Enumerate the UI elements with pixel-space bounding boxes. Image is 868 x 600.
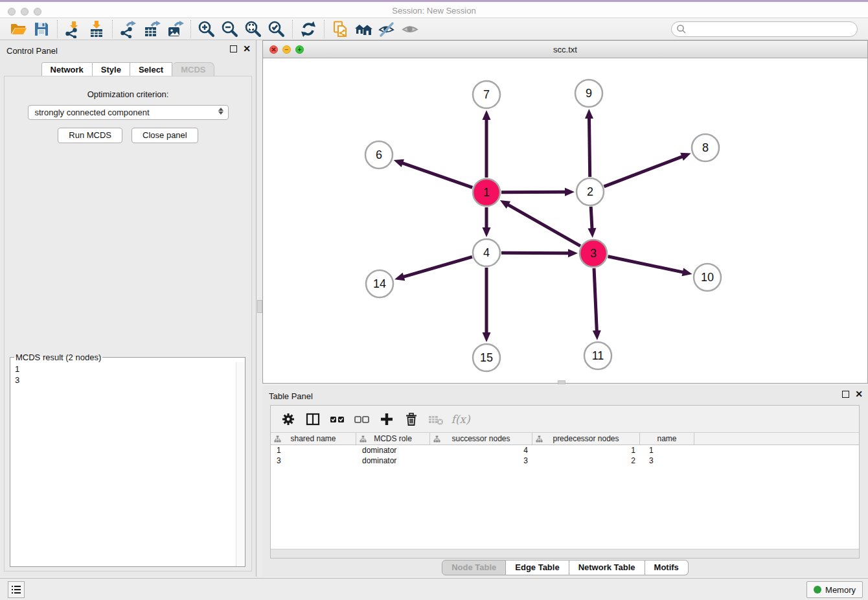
graph-edge-3-11[interactable] <box>594 268 597 332</box>
clone-network-button[interactable] <box>328 19 352 39</box>
node-table-container: f(x) shared nameMCDS rolesuccessor nodes… <box>270 405 860 559</box>
select-all-button[interactable] <box>325 408 350 431</box>
graph-edge-2-9[interactable] <box>589 117 589 177</box>
column-type-icon <box>360 435 367 443</box>
search-field[interactable] <box>671 21 858 37</box>
export-image-button[interactable] <box>163 19 187 39</box>
refresh-button[interactable] <box>297 19 320 39</box>
function-builder-button[interactable]: f(x) <box>448 408 473 431</box>
table-row[interactable]: 3dominator323 <box>271 456 859 466</box>
zoom-selected-button[interactable] <box>265 19 288 39</box>
criterion-select[interactable]: strongly connected component <box>28 105 229 120</box>
node-label-14: 14 <box>373 277 386 290</box>
mcds-result-box: MCDS result (2 nodes) 13 <box>10 352 246 567</box>
toolbar-separator <box>324 20 325 38</box>
float-panel-icon[interactable] <box>230 45 237 52</box>
tab-node-table[interactable]: Node Table <box>442 560 506 575</box>
table-cell[interactable]: 3 <box>640 456 694 466</box>
edge-arrowhead <box>588 228 596 238</box>
column-label: predecessor nodes <box>553 434 619 443</box>
export-network-button[interactable] <box>117 19 140 39</box>
node-label-2: 2 <box>587 185 593 198</box>
edge-arrowhead <box>483 110 491 120</box>
delete-column-button[interactable] <box>399 408 424 431</box>
show-columns-button[interactable] <box>301 408 325 431</box>
tab-motifs[interactable]: Motifs <box>645 560 689 575</box>
table-cell[interactable]: 3 <box>271 456 356 466</box>
import-table-button[interactable] <box>85 19 108 39</box>
edge-arrowhead <box>394 273 405 281</box>
table-cell[interactable]: 2 <box>532 456 640 466</box>
graph-edge-1-6[interactable] <box>401 163 472 188</box>
column-header-successor-nodes[interactable]: successor nodes <box>430 433 532 444</box>
table-cell[interactable]: 1 <box>532 445 640 456</box>
column-header-name[interactable]: name <box>640 433 694 444</box>
show-all-button[interactable] <box>398 19 422 39</box>
close-panel-button[interactable]: Close panel <box>131 128 198 143</box>
deselect-all-button[interactable] <box>350 408 374 431</box>
open-folder-icon <box>9 20 27 38</box>
network-canvas[interactable]: 1234678910111415 <box>263 58 867 383</box>
table-settings-button[interactable] <box>276 408 301 431</box>
table-panel: Table Panel ✕ <box>262 386 868 577</box>
column-header-predecessor-nodes[interactable]: predecessor nodes <box>532 433 640 444</box>
zoom-fit-button[interactable] <box>242 19 265 39</box>
table-header-row: shared nameMCDS rolesuccessor nodesprede… <box>271 433 859 445</box>
tab-network-table[interactable]: Network Table <box>569 560 645 575</box>
window-resize-handle[interactable] <box>558 380 565 384</box>
mcds-tab-content: Optimization criterion: strongly connect… <box>4 76 252 571</box>
table-horizontal-scrollbar[interactable] <box>271 549 859 558</box>
export-table-button[interactable] <box>140 19 163 39</box>
table-cell[interactable]: 1 <box>271 445 356 456</box>
result-scrollbar[interactable] <box>236 362 245 566</box>
task-history-button[interactable] <box>8 581 25 598</box>
save-session-button[interactable] <box>30 19 53 39</box>
table-cell[interactable]: 3 <box>430 456 532 466</box>
close-panel-icon[interactable]: ✕ <box>243 45 251 52</box>
memory-button[interactable]: Memory <box>806 581 863 598</box>
column-header-MCDS-role[interactable]: MCDS role <box>356 433 430 444</box>
graph-edge-3-1[interactable] <box>507 204 580 246</box>
import-network-button[interactable] <box>62 19 85 39</box>
graph-edge-1-2[interactable] <box>501 192 567 192</box>
add-column-button[interactable] <box>374 408 399 431</box>
node-table: shared nameMCDS rolesuccessor nodesprede… <box>271 433 859 549</box>
tab-edge-table[interactable]: Edge Table <box>506 560 569 575</box>
table-cell[interactable]: dominator <box>356 445 430 456</box>
float-table-panel-icon[interactable] <box>842 391 849 398</box>
table-cell[interactable]: 1 <box>640 445 694 456</box>
network-graph: 1234678910111415 <box>263 58 867 383</box>
edge-arrowhead <box>568 249 578 257</box>
session-title: Session: New Session <box>0 6 868 16</box>
column-label: name <box>657 434 676 443</box>
zoom-in-button[interactable] <box>195 19 218 39</box>
search-input[interactable] <box>671 21 858 37</box>
toolbar-separator <box>190 20 191 38</box>
select-arrows-icon <box>218 108 223 115</box>
table-row[interactable]: 1dominator411 <box>271 445 859 456</box>
toolbar-separator <box>292 20 293 38</box>
delete-table-button[interactable] <box>424 408 448 431</box>
graph-edge-4-3[interactable] <box>501 253 570 253</box>
graph-edge-3-10[interactable] <box>608 257 685 273</box>
zoom-out-button[interactable] <box>218 19 242 39</box>
table-panel-title: Table Panel <box>269 391 313 401</box>
column-header-shared-name[interactable]: shared name <box>271 433 356 444</box>
graph-edge-4-14[interactable] <box>402 257 472 277</box>
table-cell[interactable]: 4 <box>430 445 532 456</box>
close-table-panel-icon[interactable]: ✕ <box>855 391 863 398</box>
table-cell[interactable]: dominator <box>356 456 430 466</box>
panel-splitter-handle[interactable] <box>257 300 262 313</box>
list-icon <box>10 584 22 595</box>
open-file-button[interactable] <box>6 19 30 39</box>
first-neighbors-button[interactable] <box>352 19 375 39</box>
run-mcds-button[interactable]: Run MCDS <box>58 128 122 143</box>
graph-edge-2-3[interactable] <box>591 207 592 230</box>
plus-icon <box>380 412 394 426</box>
control-panel: Control Panel ✕ NetworkStyleSelectMCDS O… <box>0 40 257 577</box>
hide-selected-button[interactable] <box>375 19 398 39</box>
deselect-all-icon <box>354 412 371 426</box>
graph-edge-2-8[interactable] <box>604 156 683 187</box>
eye-slash-icon <box>378 20 396 38</box>
export-image-icon <box>166 20 184 38</box>
